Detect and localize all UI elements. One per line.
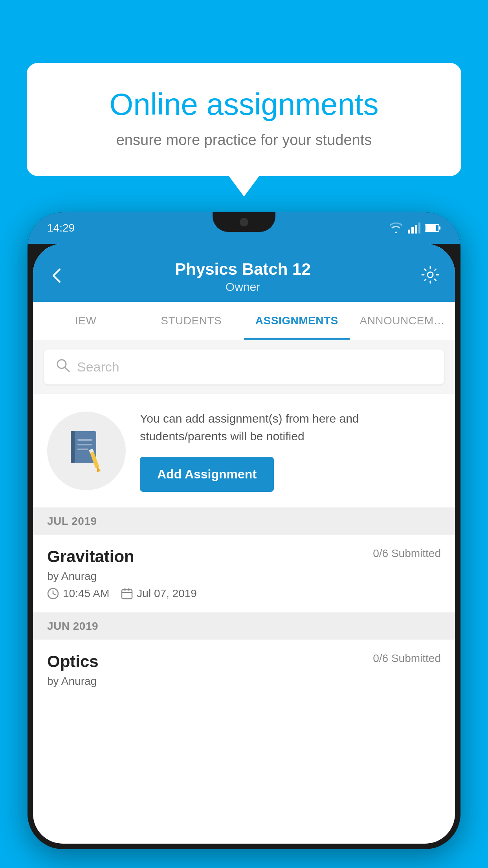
back-button[interactable] (49, 265, 64, 288)
svg-point-8 (57, 360, 66, 368)
info-text: You can add assignment(s) from here and … (140, 410, 441, 445)
status-icons (389, 223, 441, 234)
svg-line-9 (65, 368, 69, 371)
meta-time: 10:45 AM (47, 587, 109, 600)
svg-rect-13 (77, 444, 92, 445)
tab-assignments[interactable]: ASSIGNMENTS (244, 302, 350, 340)
assignment-name: Gravitation (47, 547, 134, 566)
svg-rect-14 (77, 449, 88, 450)
search-bar[interactable]: Search (44, 349, 444, 384)
assignment-name-optics: Optics (47, 652, 99, 671)
info-right: You can add assignment(s) from here and … (140, 410, 441, 492)
phone-device: 14:29 (28, 212, 460, 849)
header-subtitle: Owner (175, 280, 311, 294)
clock-icon (47, 588, 59, 600)
header-title: Physics Batch 12 (175, 260, 311, 279)
search-icon (56, 358, 70, 376)
assignment-author-optics: by Anurag (47, 675, 441, 688)
tabs-bar: IEW STUDENTS ASSIGNMENTS ANNOUNCEM… (33, 302, 455, 340)
tab-students[interactable]: STUDENTS (139, 302, 244, 340)
status-time: 14:29 (47, 222, 75, 234)
calendar-icon (121, 588, 133, 600)
assignment-date: Jul 07, 2019 (137, 587, 197, 600)
assignment-row-top-optics: Optics 0/6 Submitted (47, 652, 441, 671)
assignment-row-top: Gravitation 0/6 Submitted (47, 547, 441, 566)
assignment-time: 10:45 AM (63, 587, 109, 600)
submitted-badge: 0/6 Submitted (373, 547, 441, 560)
phone-container: 14:29 (28, 212, 460, 868)
info-card: You can add assignment(s) from here and … (33, 394, 455, 508)
assignment-meta: 10:45 AM Jul 07, 2019 (47, 587, 441, 600)
svg-rect-11 (71, 431, 75, 463)
header-title-area: Physics Batch 12 Owner (175, 260, 311, 294)
wifi-icon (389, 223, 403, 234)
speech-bubble-container: Online assignments ensure more practice … (27, 63, 461, 176)
tab-iew[interactable]: IEW (33, 302, 139, 340)
icon-circle (47, 412, 126, 490)
phone-screen: Physics Batch 12 Owner IEW STUDENTS (33, 244, 455, 844)
section-header-jun: JUN 2019 (33, 613, 455, 640)
add-assignment-button[interactable]: Add Assignment (140, 457, 274, 492)
search-bar-container: Search (33, 340, 455, 394)
signal-icon (408, 223, 420, 234)
svg-point-7 (427, 272, 433, 278)
assignment-author: by Anurag (47, 570, 441, 583)
camera-dot (240, 218, 248, 226)
phone-notch (213, 212, 275, 232)
assignment-item-optics[interactable]: Optics 0/6 Submitted by Anurag (33, 640, 455, 705)
section-header-jul: JUL 2019 (33, 508, 455, 535)
assignment-item-gravitation[interactable]: Gravitation 0/6 Submitted by Anurag 10:4… (33, 535, 455, 613)
bubble-subtitle: ensure more practice for your students (54, 132, 434, 149)
tab-announcements[interactable]: ANNOUNCEM… (350, 302, 455, 340)
app-header: Physics Batch 12 Owner (33, 244, 455, 302)
svg-rect-5 (439, 226, 440, 230)
svg-rect-12 (77, 439, 92, 441)
search-placeholder: Search (77, 359, 119, 375)
battery-icon (425, 224, 441, 232)
speech-bubble: Online assignments ensure more practice … (27, 63, 461, 176)
svg-rect-6 (426, 225, 436, 231)
submitted-badge-optics: 0/6 Submitted (373, 652, 441, 665)
svg-rect-2 (415, 225, 417, 234)
notebook-icon (69, 429, 104, 473)
svg-line-20 (53, 594, 55, 595)
bubble-title: Online assignments (54, 86, 434, 122)
svg-rect-0 (408, 230, 410, 234)
svg-rect-1 (411, 227, 414, 234)
svg-rect-21 (122, 590, 132, 599)
meta-date: Jul 07, 2019 (121, 587, 197, 600)
svg-rect-3 (418, 223, 420, 234)
settings-icon[interactable] (421, 266, 439, 288)
